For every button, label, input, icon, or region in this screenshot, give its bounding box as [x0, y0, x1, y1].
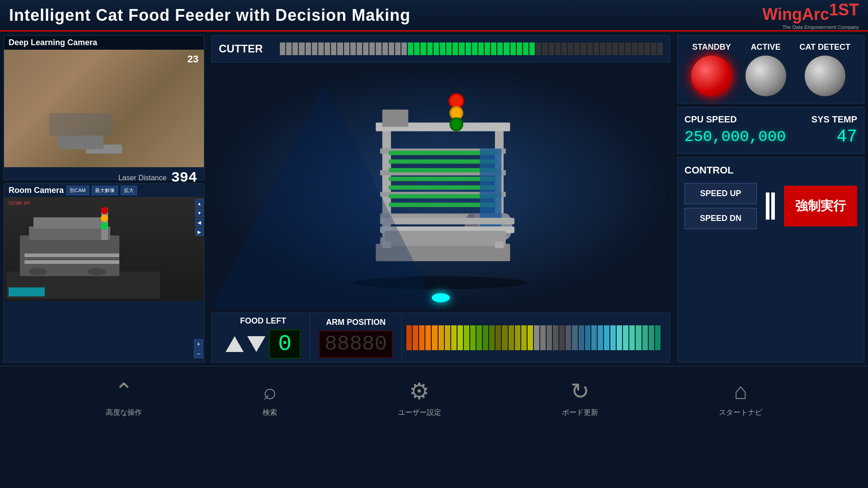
room-cam-btn1[interactable]: 別CAM: [66, 186, 89, 195]
nav-search-label: 検索: [263, 408, 277, 418]
cutter-segment: [446, 42, 452, 55]
logo-area: WingArc1ST The Data Empowerment Company: [762, 0, 859, 29]
cutter-segment: [510, 42, 516, 55]
refresh-icon: ↻: [571, 378, 590, 404]
cutter-segment: [292, 42, 298, 55]
speed-dn-btn[interactable]: SPEED DN: [684, 208, 757, 229]
nav-user-settings[interactable]: ⚙ ユーザー設定: [398, 378, 441, 418]
position-segment: [515, 325, 520, 350]
logo-text: WingArc1ST: [762, 0, 859, 24]
cutter-segment: [408, 42, 413, 55]
cutter-segment: [325, 42, 330, 55]
position-bar: [402, 324, 665, 351]
bottom-navigation: ⌃ 高度な操作 ⌕ 検索 ⚙ ユーザー設定 ↻ ボード更新 ⌂ スタートナビ: [0, 366, 868, 429]
cutter-segment: [517, 42, 522, 55]
position-segment: [617, 325, 622, 350]
zoom-controls: + −: [193, 338, 204, 359]
cat-detect-label: CAT DETECT: [799, 42, 850, 52]
standby-light: [691, 56, 732, 96]
speed-up-btn[interactable]: SPEED UP: [684, 183, 757, 204]
control-buttons: SPEED UP SPEED DN 強制実行: [684, 183, 857, 229]
position-segment: [406, 325, 412, 350]
main-content: Deep Learning Camera 23 Laser Distance 3…: [0, 32, 868, 366]
speed-line-2: [771, 192, 775, 220]
position-segment: [591, 325, 597, 350]
cutter-segment: [497, 42, 503, 55]
speed-line-1: [766, 192, 769, 220]
food-left-label: FOOD LEFT: [240, 316, 286, 326]
position-segment: [553, 325, 558, 350]
svg-point-10: [29, 268, 47, 275]
cutter-segment: [645, 42, 650, 55]
scroll-left-btn[interactable]: ◀: [195, 218, 203, 226]
svg-rect-9: [24, 260, 119, 264]
nav-start-navi[interactable]: ⌂ スタートナビ: [719, 378, 762, 418]
cutter-segment: [466, 42, 471, 55]
logo-main: WingArc: [762, 5, 829, 24]
scroll-up-btn[interactable]: ▲: [195, 199, 203, 207]
cutter-bar: CUTTER: [212, 35, 670, 62]
zoom-in-btn[interactable]: +: [194, 339, 203, 348]
zoom-out-btn[interactable]: −: [194, 349, 203, 358]
status-lights-panel: STANDBY ACTIVE CAT DETECT: [677, 35, 864, 103]
cutter-segment: [600, 42, 605, 55]
position-segment: [470, 325, 476, 350]
room-camera-content: CUTING OFF ▲ ▼ ◀ ▶ + −: [4, 197, 204, 359]
control-panel: CONTROL SPEED UP SPEED DN 強制実行: [677, 157, 864, 362]
status-labels-row: STANDBY ACTIVE CAT DETECT: [684, 42, 857, 96]
room-camera-box: Room Camera 別CAM 最大解像 拡大: [4, 183, 204, 362]
sys-temp-label: SYS TEMP: [811, 114, 857, 125]
right-panel: STANDBY ACTIVE CAT DETECT CPU SPEED SYS …: [674, 32, 868, 366]
food-decrease-btn[interactable]: [247, 336, 265, 352]
food-controls: 0: [226, 329, 301, 359]
cutter-segment: [337, 42, 343, 55]
position-segment: [528, 325, 533, 350]
cutter-segment: [420, 42, 426, 55]
cutter-segment: [414, 42, 420, 55]
deep-camera-label: Deep Learning Camera: [4, 36, 204, 50]
scroll-down-btn[interactable]: ▼: [195, 209, 203, 217]
food-increase-btn[interactable]: [226, 336, 244, 352]
position-segment: [419, 325, 425, 350]
svg-rect-41: [480, 149, 501, 227]
force-execute-btn[interactable]: 強制実行: [784, 186, 857, 226]
scroll-right-btn[interactable]: ▶: [195, 228, 203, 236]
svg-point-38: [451, 108, 462, 118]
cutter-segment: [312, 42, 317, 55]
svg-text:CUTING OFF: CUTING OFF: [9, 202, 30, 206]
position-segment: [489, 325, 495, 350]
page-title: Intelligent Cat Food Feeder with Decisio…: [9, 6, 410, 25]
arm-position-label: ARM POSITION: [326, 318, 386, 327]
cpu-speed-row: CPU SPEED SYS TEMP: [684, 114, 857, 125]
standby-col: STANDBY: [691, 42, 732, 96]
position-segment: [566, 325, 571, 350]
cpu-speed-label: CPU SPEED: [684, 114, 737, 125]
position-segment: [579, 325, 584, 350]
laser-distance-label: Laser Distance: [118, 174, 167, 182]
food-left-section: FOOD LEFT 0: [217, 313, 310, 362]
room-cam-btn3[interactable]: 拡大: [121, 186, 137, 195]
cutter-segment: [440, 42, 445, 55]
arm-position-section: ARM POSITION 88880: [310, 313, 402, 362]
position-segment: [483, 325, 488, 350]
speed-buttons-col: SPEED UP SPEED DN: [684, 183, 757, 229]
cutter-segment: [306, 42, 311, 55]
cutter-segment: [280, 42, 285, 55]
cutter-segment: [382, 42, 388, 55]
room-camera-header: Room Camera 別CAM 最大解像 拡大: [4, 184, 204, 197]
user-settings-icon: ⚙: [409, 378, 429, 404]
nav-advanced-ops[interactable]: ⌃ 高度な操作: [106, 378, 142, 418]
position-segment: [502, 325, 507, 350]
position-segment: [451, 325, 457, 350]
position-segment: [623, 325, 628, 350]
cutter-segment: [344, 42, 349, 55]
nav-board-update[interactable]: ↻ ボード更新: [562, 378, 598, 418]
cutter-segment: [395, 42, 401, 55]
cyan-indicator: [432, 293, 450, 302]
cutter-segment: [587, 42, 593, 55]
active-label: ACTIVE: [751, 42, 781, 52]
bottom-status-bar: FOOD LEFT 0 ARM POSITION 88880: [212, 313, 670, 362]
nav-search[interactable]: ⌕ 検索: [263, 378, 277, 418]
room-feed-bg: CUTING OFF: [4, 197, 204, 301]
room-cam-btn2[interactable]: 最大解像: [92, 186, 118, 195]
